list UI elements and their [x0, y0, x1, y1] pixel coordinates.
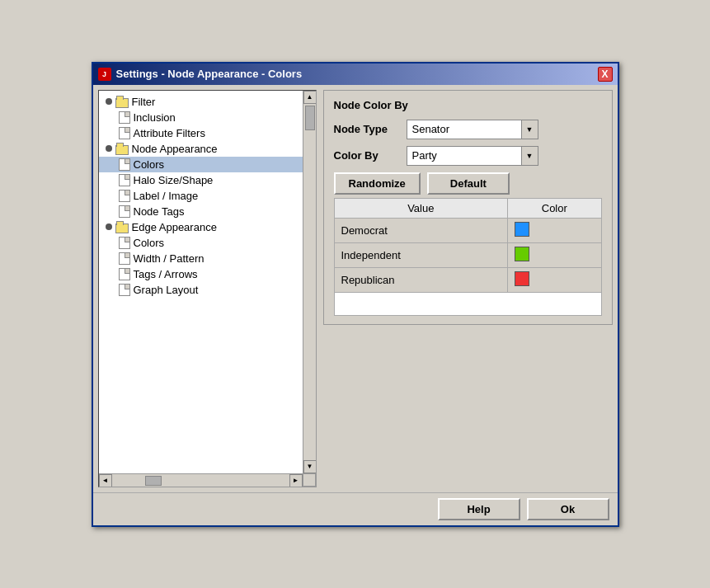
bottom-bar: Help Ok	[93, 492, 618, 525]
tree-item-node-appearance[interactable]: Node Appearance	[99, 141, 316, 157]
tree-item-label-image[interactable]: Label / Image	[99, 188, 316, 204]
tree-hscrollbar[interactable]: ◄ ►	[99, 473, 303, 487]
table-row: Independent	[334, 242, 601, 267]
window-body: Filter Inclusion Attribute Filters	[93, 85, 618, 525]
doc-icon-tags-arrows	[119, 268, 130, 280]
help-button[interactable]: Help	[438, 498, 520, 520]
table-cell-value: Independent	[334, 242, 508, 267]
empty-table-row	[334, 293, 602, 316]
node-type-dropdown[interactable]: Senator ▼	[407, 120, 538, 139]
scroll-up-button[interactable]: ▲	[303, 91, 317, 104]
node-type-row: Node Type Senator ▼	[334, 120, 602, 139]
folder-icon-edge-appearance	[115, 221, 129, 233]
tree-label-graph-layout: Graph Layout	[134, 284, 199, 296]
tree-item-filter[interactable]: Filter	[99, 94, 316, 110]
tree-item-colors[interactable]: Colors	[99, 157, 316, 172]
tree-label-node-tags: Node Tags	[134, 205, 185, 218]
doc-icon-halo	[119, 174, 130, 186]
tree-item-edge-colors[interactable]: Colors	[99, 235, 316, 251]
col-header-color: Color	[508, 198, 601, 218]
tree-scroll-area: Filter Inclusion Attribute Filters	[99, 91, 316, 487]
node-dot-node-appearance	[106, 145, 112, 152]
title-bar-left: J Settings - Node Appearance - Colors	[98, 68, 303, 81]
table-cell-color	[508, 242, 601, 267]
doc-icon-graph-layout	[119, 284, 130, 296]
scroll-down-button[interactable]: ▼	[303, 460, 317, 473]
tree-item-graph-layout[interactable]: Graph Layout	[99, 282, 316, 298]
color-by-value: Party	[407, 148, 521, 163]
doc-icon-width-pattern	[119, 252, 130, 265]
randomize-button[interactable]: Randomize	[334, 172, 421, 195]
table-cell-color	[508, 267, 601, 292]
tree-label-colors: Colors	[134, 158, 165, 171]
main-content: Filter Inclusion Attribute Filters	[93, 85, 618, 492]
tree-label-filter: Filter	[132, 96, 156, 108]
tree-label-halo: Halo Size/Shape	[134, 174, 214, 186]
tree-item-halo[interactable]: Halo Size/Shape	[99, 172, 316, 188]
node-type-label: Node Type	[334, 123, 400, 135]
doc-icon-edge-colors	[119, 237, 130, 249]
table-row: Republican	[334, 267, 601, 292]
group-title: Node Color By	[334, 99, 602, 111]
java-icon: J	[98, 68, 111, 81]
tree-item-tags-arrows[interactable]: Tags / Arrows	[99, 266, 316, 282]
doc-icon-colors	[119, 158, 130, 171]
default-button[interactable]: Default	[427, 172, 510, 195]
tree-label-width-pattern: Width / Pattern	[134, 252, 205, 265]
color-table: Value Color DemocratIndependentRepublica…	[334, 198, 602, 293]
btn-row: Randomize Default	[334, 172, 602, 195]
node-dot-filter	[106, 98, 112, 105]
table-cell-color	[508, 218, 601, 242]
table-cell-value: Democrat	[334, 218, 508, 242]
node-type-arrow[interactable]: ▼	[521, 120, 538, 139]
doc-icon-inclusion	[119, 111, 130, 124]
hscroll-left-button[interactable]: ◄	[99, 474, 112, 487]
tree-label-tags-arrows: Tags / Arrows	[134, 268, 198, 280]
scroll-track	[303, 104, 316, 460]
node-dot-edge-appearance	[106, 223, 112, 230]
node-type-value: Senator	[407, 121, 521, 137]
color-by-label: Color By	[334, 149, 400, 162]
doc-icon-label-image	[119, 190, 130, 202]
color-by-arrow[interactable]: ▼	[521, 147, 538, 165]
tree-item-inclusion[interactable]: Inclusion	[99, 110, 316, 125]
tree-item-width-pattern[interactable]: Width / Pattern	[99, 251, 316, 266]
color-by-dropdown[interactable]: Party ▼	[407, 146, 538, 166]
tree-label-edge-colors: Colors	[134, 237, 165, 249]
tree-label-edge-appearance: Edge Appearance	[132, 221, 217, 233]
color-swatch[interactable]	[515, 271, 529, 286]
hscroll-thumb[interactable]	[145, 476, 162, 486]
folder-icon-filter	[115, 96, 129, 107]
tree-panel: Filter Inclusion Attribute Filters	[98, 90, 317, 487]
ok-button[interactable]: Ok	[527, 498, 609, 520]
tree-scrollbar[interactable]: ▲ ▼	[303, 91, 316, 473]
table-row: Democrat	[334, 218, 601, 242]
scrollbar-corner	[303, 473, 316, 487]
color-swatch[interactable]	[515, 222, 529, 237]
title-bar: J Settings - Node Appearance - Colors X	[93, 64, 618, 85]
color-swatch[interactable]	[515, 247, 529, 261]
doc-icon-attr-filters	[119, 127, 130, 139]
tree-item-edge-appearance[interactable]: Edge Appearance	[99, 219, 316, 235]
doc-icon-node-tags	[119, 205, 130, 218]
tree-label-node-appearance: Node Appearance	[132, 143, 218, 155]
tree-label-label-image: Label / Image	[134, 190, 199, 202]
tree-label-inclusion: Inclusion	[134, 111, 176, 124]
table-cell-value: Republican	[334, 267, 508, 292]
hscroll-right-button[interactable]: ►	[289, 474, 303, 487]
settings-window: J Settings - Node Appearance - Colors X …	[92, 62, 619, 527]
color-by-row: Color By Party ▼	[334, 146, 602, 166]
right-panel: Node Color By Node Type Senator ▼ Color …	[323, 90, 613, 487]
settings-group: Node Color By Node Type Senator ▼ Color …	[323, 90, 613, 325]
window-title: Settings - Node Appearance - Colors	[116, 68, 303, 80]
folder-icon-node-appearance	[115, 143, 129, 154]
close-button[interactable]: X	[598, 67, 613, 82]
tree-item-attr-filters[interactable]: Attribute Filters	[99, 125, 316, 141]
col-header-value: Value	[334, 198, 508, 218]
scroll-thumb[interactable]	[305, 106, 315, 130]
tree-label-attr-filters: Attribute Filters	[134, 127, 205, 139]
tree-item-node-tags[interactable]: Node Tags	[99, 204, 316, 219]
